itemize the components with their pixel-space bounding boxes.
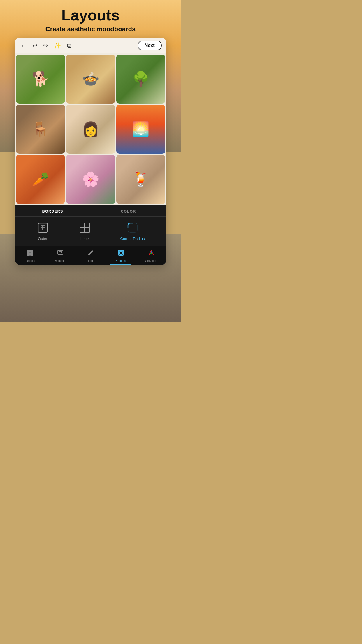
bottom-panel: BORDERS COLOR Outer — [15, 205, 166, 265]
corner-radius-icon — [126, 221, 139, 234]
edit-nav-icon — [87, 249, 94, 258]
back-icon[interactable]: ← — [20, 41, 28, 50]
outer-border-label: Outer — [38, 237, 48, 241]
svg-rect-13 — [30, 250, 33, 253]
redo-icon[interactable]: ↪ — [42, 41, 49, 50]
svg-rect-8 — [80, 223, 85, 228]
bottom-nav: Layouts Aspect.. Edit — [15, 246, 166, 265]
svg-rect-0 — [38, 223, 48, 232]
photo-cell-portrait[interactable] — [66, 105, 115, 154]
border-options: Outer Inner — [15, 217, 166, 246]
border-option-outer[interactable]: Outer — [36, 221, 49, 241]
photo-cell-sunset[interactable] — [116, 105, 165, 154]
title-area: Layouts Create aesthetic moodboards — [0, 0, 181, 33]
aspect-nav-icon — [57, 249, 64, 258]
svg-rect-10 — [80, 228, 85, 232]
svg-rect-4 — [43, 228, 45, 230]
svg-rect-14 — [27, 253, 30, 256]
svg-rect-11 — [85, 228, 89, 232]
nav-item-get-adobe[interactable]: Get Ado.. — [136, 248, 166, 264]
next-button[interactable]: Next — [138, 41, 162, 50]
svg-rect-12 — [27, 250, 30, 253]
photo-cell-dog[interactable] — [16, 55, 65, 104]
inner-border-icon — [78, 221, 91, 234]
photo-cell-park[interactable] — [116, 55, 165, 104]
svg-rect-15 — [30, 253, 33, 256]
svg-rect-17 — [59, 251, 62, 253]
nav-label-get-adobe: Get Ado.. — [145, 259, 157, 262]
corner-radius-label: Corner Radius — [120, 237, 145, 241]
photo-cell-flowers[interactable] — [66, 155, 115, 204]
photo-cell-food[interactable] — [66, 55, 115, 104]
border-option-corner-radius[interactable]: Corner Radius — [120, 221, 145, 241]
page-subtitle: Create aesthetic moodboards — [0, 25, 181, 33]
nav-item-layouts[interactable]: Layouts — [15, 248, 45, 264]
svg-rect-5 — [80, 223, 89, 232]
nav-label-borders: Borders — [116, 259, 126, 262]
app-card: ← ↩ ↪ ✨ ⧉ Next BORDERS COLOR — [15, 38, 166, 265]
photo-cell-drinks[interactable] — [116, 155, 165, 204]
photo-grid — [15, 53, 166, 205]
svg-rect-16 — [58, 250, 63, 254]
photo-cell-veggies[interactable] — [16, 155, 65, 204]
undo-icon[interactable]: ↩ — [31, 41, 38, 50]
svg-point-22 — [151, 251, 152, 253]
nav-item-edit[interactable]: Edit — [75, 248, 106, 264]
layouts-nav-icon — [27, 249, 34, 258]
inner-border-label: Inner — [80, 237, 89, 241]
svg-rect-9 — [85, 223, 89, 228]
toolbar: ← ↩ ↪ ✨ ⧉ Next — [15, 38, 166, 53]
photo-cell-chair[interactable] — [16, 105, 65, 154]
svg-rect-3 — [41, 228, 43, 230]
tab-color[interactable]: COLOR — [91, 205, 166, 216]
borders-nav-icon — [117, 249, 124, 258]
svg-rect-18 — [118, 250, 124, 256]
svg-rect-2 — [43, 226, 45, 228]
svg-rect-1 — [41, 226, 43, 228]
border-option-inner[interactable]: Inner — [78, 221, 91, 241]
svg-marker-20 — [149, 250, 154, 255]
svg-rect-19 — [120, 251, 122, 254]
compare-icon[interactable]: ⧉ — [66, 41, 72, 50]
nav-item-borders[interactable]: Borders — [106, 248, 136, 264]
tab-borders[interactable]: BORDERS — [15, 205, 91, 216]
nav-label-aspect: Aspect.. — [55, 259, 65, 262]
magic-icon[interactable]: ✨ — [53, 41, 62, 50]
panel-tabs: BORDERS COLOR — [15, 205, 166, 217]
adobe-nav-icon — [148, 249, 155, 258]
page-title: Layouts — [0, 7, 181, 24]
nav-item-aspect[interactable]: Aspect.. — [45, 248, 75, 264]
nav-label-edit: Edit — [88, 259, 93, 262]
outer-border-icon — [36, 221, 49, 234]
nav-label-layouts: Layouts — [25, 259, 35, 262]
